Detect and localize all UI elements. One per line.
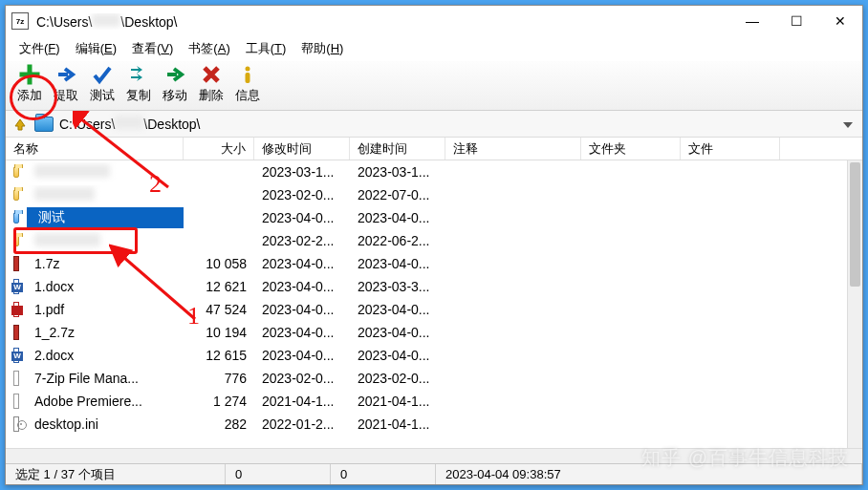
row-file bbox=[681, 353, 780, 357]
col-file[interactable]: 文件 bbox=[681, 138, 780, 160]
col-note[interactable]: 注释 bbox=[445, 138, 581, 160]
col-size[interactable]: 大小 bbox=[184, 138, 254, 160]
row-mtime: 2023-02-0... bbox=[254, 369, 350, 388]
row-size: 10 058 bbox=[184, 254, 254, 273]
row-ctime: 2023-04-0... bbox=[350, 208, 445, 227]
menubar: 文件(F)编辑(E)查看(V)书签(A)工具(T)帮助(H) bbox=[6, 36, 862, 61]
table-row[interactable]: 1.pdf47 5242023-04-0...2023-04-0... bbox=[6, 298, 847, 321]
table-row[interactable]: 2023-02-2...2022-06-2... bbox=[6, 229, 847, 252]
address-bar[interactable]: C:\Users\\Desktop\ bbox=[6, 111, 862, 138]
table-row[interactable]: 2.docx12 6152023-04-0...2023-04-0... bbox=[6, 344, 847, 367]
row-note bbox=[445, 399, 581, 403]
maximize-button[interactable]: ☐ bbox=[774, 7, 818, 35]
vertical-scrollbar[interactable] bbox=[847, 160, 862, 448]
toolbar-delete-button[interactable]: 删除 bbox=[195, 62, 228, 104]
row-dir bbox=[581, 216, 681, 220]
row-mtime: 2023-02-2... bbox=[254, 231, 350, 250]
svg-rect-1 bbox=[246, 73, 250, 83]
row-mtime: 2023-04-0... bbox=[254, 346, 350, 365]
row-note bbox=[445, 376, 581, 380]
row-dir bbox=[581, 193, 681, 197]
row-size: 10 194 bbox=[184, 323, 254, 342]
toolbar-label: 信息 bbox=[231, 87, 264, 104]
toolbar-extract-button[interactable]: 提取 bbox=[50, 62, 82, 104]
address-dropdown-icon[interactable] bbox=[839, 117, 857, 131]
title-blurred-part bbox=[92, 13, 120, 27]
row-dir bbox=[581, 262, 681, 266]
menu-e[interactable]: 编辑(E) bbox=[68, 37, 124, 60]
table-row[interactable]: 2023-02-0...2022-07-0... bbox=[6, 183, 847, 206]
file-list[interactable]: 2023-03-1...2023-03-1...2023-02-0...2022… bbox=[6, 160, 862, 448]
row-file bbox=[681, 285, 780, 288]
row-file bbox=[681, 262, 780, 266]
toolbar-info-button[interactable]: 信息 bbox=[231, 62, 264, 104]
toolbar-test-button[interactable]: 测试 bbox=[86, 62, 119, 104]
toolbar-add-button[interactable]: 添加 bbox=[13, 62, 46, 104]
col-mtime[interactable]: 修改时间 bbox=[254, 138, 350, 160]
row-ctime: 2023-04-0... bbox=[350, 300, 445, 319]
row-dir bbox=[581, 170, 681, 174]
table-row[interactable]: 1.7z10 0582023-04-0...2023-04-0... bbox=[6, 252, 847, 275]
row-ctime: 2022-06-2... bbox=[350, 231, 445, 250]
menu-h[interactable]: 帮助(H) bbox=[293, 37, 351, 60]
app-icon: 7z bbox=[11, 12, 29, 30]
row-file bbox=[681, 376, 780, 380]
row-note bbox=[445, 170, 581, 174]
table-row[interactable]: 7-Zip File Mana...7762023-02-0...2023-02… bbox=[6, 367, 847, 390]
row-name bbox=[27, 231, 184, 251]
row-note bbox=[445, 285, 581, 288]
col-ctime[interactable]: 创建时间 bbox=[350, 138, 445, 160]
toolbar-label: 添加 bbox=[13, 87, 46, 104]
horizontal-scrollbar[interactable] bbox=[6, 448, 862, 463]
table-row[interactable]: 1_2.7z10 1942023-04-0...2023-04-0... bbox=[6, 321, 847, 344]
row-icon bbox=[6, 369, 27, 388]
address-path[interactable]: C:\Users\\Desktop\ bbox=[59, 116, 839, 132]
up-button[interactable] bbox=[11, 116, 29, 133]
row-note bbox=[445, 262, 581, 266]
row-size bbox=[184, 193, 254, 197]
table-row[interactable]: desktop.ini2822022-01-2...2021-04-1... bbox=[6, 413, 847, 436]
table-row[interactable]: Adobe Premiere...1 2742021-04-1...2021-0… bbox=[6, 390, 847, 413]
menu-a[interactable]: 书签(A) bbox=[181, 37, 237, 60]
row-name: 1.pdf bbox=[27, 300, 184, 319]
app-window: 7z C:\Users\\Desktop\ — ☐ ✕ 文件(F)编辑(E)查看… bbox=[5, 5, 863, 485]
row-mtime: 2023-04-0... bbox=[254, 208, 350, 227]
toolbar-copy-button[interactable]: 复制 bbox=[122, 62, 155, 104]
copy-icon bbox=[122, 62, 155, 87]
toolbar-label: 测试 bbox=[86, 87, 119, 104]
row-dir bbox=[581, 399, 681, 403]
info-icon bbox=[231, 62, 264, 87]
menu-t[interactable]: 工具(T) bbox=[238, 37, 294, 60]
row-icon bbox=[6, 300, 27, 319]
row-note bbox=[445, 239, 581, 243]
move-icon bbox=[159, 62, 191, 87]
row-file bbox=[681, 216, 780, 220]
minimize-button[interactable]: — bbox=[730, 7, 774, 35]
row-icon bbox=[6, 164, 27, 180]
row-ctime: 2023-04-0... bbox=[350, 346, 445, 365]
toolbar-move-button[interactable]: 移动 bbox=[159, 62, 191, 104]
col-name[interactable]: 名称 bbox=[6, 138, 184, 160]
row-ctime: 2023-04-0... bbox=[350, 323, 445, 342]
row-ctime: 2021-04-1... bbox=[350, 415, 445, 434]
menu-v[interactable]: 查看(V) bbox=[124, 37, 181, 60]
col-dir[interactable]: 文件夹 bbox=[581, 138, 681, 160]
close-button[interactable]: ✕ bbox=[818, 7, 862, 35]
table-row[interactable]: 2023-03-1...2023-03-1... bbox=[6, 160, 847, 183]
row-note bbox=[445, 353, 581, 357]
menu-f[interactable]: 文件(F) bbox=[11, 37, 68, 60]
row-icon bbox=[6, 323, 27, 342]
table-row[interactable]: 测试2023-04-0...2023-04-0... bbox=[6, 206, 847, 229]
row-dir bbox=[581, 285, 681, 288]
table-row[interactable]: 1.docx12 6212023-04-0...2023-03-3... bbox=[6, 275, 847, 298]
delete-icon bbox=[195, 62, 228, 87]
row-name: 1.7z bbox=[27, 254, 184, 273]
row-size: 12 615 bbox=[184, 346, 254, 365]
row-file bbox=[681, 308, 780, 311]
row-ctime: 2021-04-1... bbox=[350, 392, 445, 411]
row-dir bbox=[581, 353, 681, 357]
row-file bbox=[681, 239, 780, 243]
scrollbar-thumb[interactable] bbox=[850, 162, 860, 287]
row-mtime: 2022-01-2... bbox=[254, 415, 350, 434]
row-size: 1 274 bbox=[184, 392, 254, 411]
